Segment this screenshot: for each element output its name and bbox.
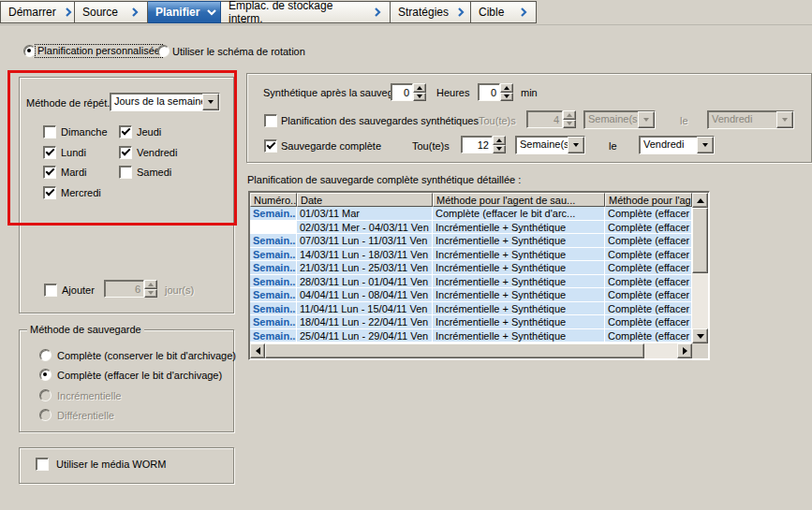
table-row[interactable]: Semain... 14/03/11 Lun - 18/03/11 Ven In… (250, 248, 692, 262)
full-unit-dropdown[interactable]: Semaine(s) (515, 136, 585, 154)
spinner-up-button[interactable] (413, 83, 426, 93)
chevron-right-icon (64, 7, 73, 17)
table-row[interactable]: Semain... 01/03/11 Mar Complète (effacer… (250, 207, 692, 221)
tab-strategies[interactable]: Stratégies (391, 1, 471, 23)
spinner-up-icon (567, 113, 572, 117)
spinner-down-button[interactable] (144, 289, 157, 299)
checkbox-ajouter[interactable] (44, 284, 57, 297)
synthetic-minutes-spinner[interactable]: 0 (478, 83, 513, 101)
cell-numero[interactable]: Semain... (250, 329, 297, 343)
full-day-dropdown[interactable]: Vendredi (639, 136, 715, 154)
checkbox-dimanche[interactable] (43, 125, 56, 138)
cell-numero[interactable]: Semain... (250, 234, 297, 248)
checkbox-label-dimanche[interactable]: Dimanche (61, 126, 108, 138)
tab-planifier[interactable]: Planifier (148, 1, 221, 23)
checkbox-label-worm[interactable]: Utiliser le média WORM (56, 459, 166, 471)
column-header-date[interactable]: Date (297, 193, 433, 207)
cell-numero[interactable]: Semain... (250, 288, 297, 302)
checkbox-label-synth-schedule[interactable]: Planification des sauvegardes synthétiqu… (281, 115, 479, 127)
spinner-down-button[interactable] (500, 93, 513, 102)
column-header-methode-agent[interactable]: Méthode pour l'agent de sau... (433, 193, 605, 207)
radio-label-complete-conserver[interactable]: Complète (conserver le bit d'archivage) (57, 350, 236, 362)
vertical-scroll-thumb[interactable] (692, 208, 708, 273)
table-row[interactable]: Semain... 04/04/11 Lun - 08/04/11 Ven In… (250, 288, 692, 302)
spinner-up-button[interactable] (144, 280, 157, 289)
radio-label-planification-personnalisee[interactable]: Planification personnalisée (36, 45, 162, 57)
radio-label-complete-effacer[interactable]: Complète (effacer le bit d'archivage) (57, 370, 222, 382)
checkbox-label-ajouter[interactable]: Ajouter (62, 284, 95, 297)
wizard-tab-strip: Démarrer Source Planifier Emplac. de sto… (0, 0, 812, 25)
chevron-right-icon (373, 7, 382, 17)
cell-numero (250, 221, 297, 235)
checkbox-label-mercredi[interactable]: Mercredi (61, 187, 101, 199)
table-row[interactable]: Semain... 25/04/11 Lun - 29/04/11 Ven In… (250, 329, 692, 343)
spinner-up-icon (148, 283, 154, 286)
table-row[interactable]: Semain... 07/03/11 Lun - 11/03/11 Ven In… (250, 234, 692, 248)
synth-on-label: le (680, 115, 688, 127)
synthetic-hours-spinner[interactable]: 0 (391, 83, 426, 101)
radio-complete-effacer[interactable] (39, 369, 52, 381)
scroll-up-button[interactable] (692, 193, 708, 208)
scroll-right-icon (683, 347, 687, 355)
radio-label-incrementielle: Incrémentielle (57, 390, 121, 402)
table-row[interactable]: Semain... 21/03/11 Lun - 25/03/11 Ven In… (250, 261, 692, 275)
add-days-spinner[interactable]: 6 (104, 280, 157, 298)
checkbox-mardi[interactable] (43, 166, 56, 179)
horizontal-scrollbar[interactable] (250, 343, 692, 358)
checkbox-mercredi[interactable] (43, 186, 56, 199)
tab-source[interactable]: Source (75, 1, 148, 23)
checkbox-vendredi[interactable] (119, 146, 132, 159)
tab-emplacement-stockage[interactable]: Emplac. de stockage interm. (221, 1, 391, 23)
full-every-spinner[interactable]: 12 (461, 136, 506, 153)
table-row[interactable]: Semain... 18/04/11 Lun - 22/04/11 Ven In… (250, 315, 692, 329)
checkbox-jeudi[interactable] (119, 125, 132, 138)
cell-numero[interactable]: Semain... (250, 315, 297, 329)
tab-cible[interactable]: Cible (471, 1, 537, 23)
tab-demarrer[interactable]: Démarrer (0, 1, 75, 23)
scroll-right-button[interactable] (677, 343, 692, 358)
dropdown-button (638, 111, 655, 128)
recurrence-method-dropdown[interactable]: Jours de la semaine (110, 93, 220, 111)
check-icon (267, 140, 276, 150)
checkbox-samedi[interactable] (119, 166, 132, 179)
table-row[interactable]: 02/03/11 Mer - 04/03/11 Ven Incrémentiel… (250, 221, 692, 235)
checkbox-label-jeudi[interactable]: Jeudi (137, 126, 161, 138)
checkbox-label-full-backup[interactable]: Sauvegarde complète (281, 140, 381, 153)
spinner-up-button[interactable] (500, 83, 513, 93)
dropdown-button[interactable] (202, 94, 219, 110)
cell-numero[interactable]: Semain... (250, 248, 297, 262)
table-caption: Planification de sauvegarde complète syn… (247, 174, 521, 186)
cell-numero[interactable]: Semain... (250, 207, 297, 221)
radio-planification-personnalisee[interactable] (23, 45, 36, 57)
checkbox-lundi[interactable] (43, 146, 56, 159)
checkbox-label-mardi[interactable]: Mardi (61, 167, 87, 179)
spinner-down-button[interactable] (493, 145, 506, 154)
scroll-left-button[interactable] (250, 343, 265, 358)
dropdown-button[interactable] (697, 137, 714, 153)
dropdown-button[interactable] (568, 137, 584, 153)
checkbox-synth-schedule[interactable] (264, 114, 277, 127)
checkbox-label-samedi[interactable]: Samedi (137, 167, 171, 179)
column-header-numero[interactable]: Numéro... (250, 193, 297, 207)
radio-complete-conserver[interactable] (39, 349, 52, 361)
radio-label-schema-rotation[interactable]: Utiliser le schéma de rotation (172, 46, 305, 58)
spinner-up-button[interactable] (493, 136, 506, 145)
table-row[interactable]: Semain... 11/04/11 Lun - 15/04/11 Ven In… (250, 302, 692, 316)
checkbox-label-lundi[interactable]: Lundi (61, 147, 86, 159)
spinner-up-button (563, 110, 576, 120)
checkbox-label-vendredi[interactable]: Vendredi (137, 147, 177, 159)
cell-numero[interactable]: Semain... (250, 261, 297, 275)
cell-numero[interactable]: Semain... (250, 302, 297, 316)
radio-schema-rotation[interactable] (157, 45, 170, 57)
scroll-down-button[interactable] (692, 328, 708, 343)
column-header-methode-ag[interactable]: Méthode pour l'ag (605, 193, 692, 207)
table-row[interactable]: Semain... 28/03/11 Lun - 01/04/11 Ven In… (250, 275, 692, 289)
horizontal-scroll-thumb[interactable] (265, 343, 644, 358)
check-icon (46, 167, 55, 176)
cell-methode-ag: Complète (effacer (605, 302, 692, 316)
checkbox-worm[interactable] (36, 458, 49, 471)
cell-numero[interactable]: Semain... (250, 275, 297, 289)
vertical-scrollbar[interactable] (692, 193, 708, 343)
checkbox-full-backup[interactable] (264, 139, 277, 153)
spinner-down-button[interactable] (413, 93, 426, 102)
